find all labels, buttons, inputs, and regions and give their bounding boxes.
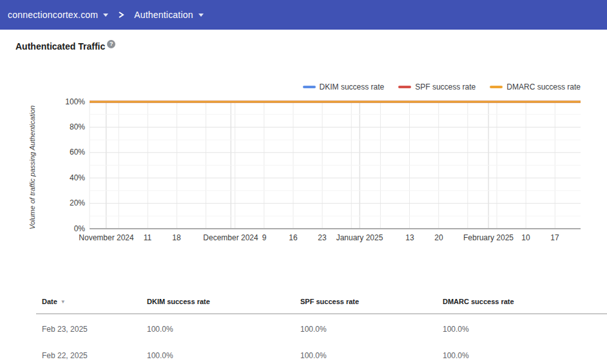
page-header: Authenticated Traffic ? bbox=[15, 41, 115, 52]
legend-label: SPF success rate bbox=[415, 82, 476, 91]
chevron-right-icon bbox=[118, 11, 124, 19]
table-cell: Feb 22, 2025 bbox=[42, 351, 88, 360]
y-axis-tick: 40% bbox=[34, 173, 85, 183]
sort-desc-icon: ▼ bbox=[61, 299, 66, 305]
table-cell: 100.0% bbox=[443, 351, 469, 360]
top-nav: connectioncortex.com Authentication bbox=[0, 0, 607, 30]
x-axis-tick: January 2025 bbox=[336, 233, 383, 242]
table-cell: 100.0% bbox=[443, 325, 469, 334]
authenticated-traffic-chart: DKIM success rateSPF success rateDMARC s… bbox=[0, 77, 607, 258]
x-axis-tick: 16 bbox=[289, 233, 297, 242]
column-header[interactable]: DMARC success rate bbox=[443, 298, 514, 305]
column-header[interactable]: SPF success rate bbox=[300, 298, 359, 305]
x-axis-tick: February 2025 bbox=[463, 233, 514, 242]
legend-item[interactable]: SPF success rate bbox=[398, 82, 476, 91]
table-cell: Feb 23, 2025 bbox=[42, 325, 88, 334]
legend-swatch-icon bbox=[303, 86, 316, 88]
section-selector[interactable]: Authentication bbox=[133, 7, 205, 23]
table-cell: 100.0% bbox=[300, 351, 327, 360]
x-axis-tick: 9 bbox=[262, 233, 267, 242]
table-cell: 100.0% bbox=[147, 351, 173, 360]
x-axis-tick: November 2024 bbox=[79, 233, 133, 242]
x-axis-tick: 10 bbox=[521, 233, 530, 242]
y-axis-tick: 80% bbox=[34, 122, 85, 132]
y-axis-tick: 0% bbox=[34, 224, 85, 234]
chart-legend: DKIM success rateSPF success rateDMARC s… bbox=[303, 82, 581, 91]
x-axis-tick: 20 bbox=[434, 233, 443, 242]
x-axis-tick: 17 bbox=[550, 233, 559, 242]
x-axis-tick: December 2024 bbox=[203, 233, 258, 242]
legend-label: DKIM success rate bbox=[320, 82, 385, 91]
legend-swatch-icon bbox=[490, 86, 503, 88]
page-title: Authenticated Traffic bbox=[15, 41, 105, 52]
help-icon[interactable]: ? bbox=[107, 40, 115, 48]
column-header[interactable]: DKIM success rate bbox=[147, 298, 210, 305]
y-axis-tick: 60% bbox=[34, 148, 85, 157]
domain-selector[interactable]: connectioncortex.com bbox=[6, 7, 110, 23]
table-cell: 100.0% bbox=[300, 325, 327, 334]
postmaster-app: connectioncortex.com Authentication Auth… bbox=[0, 0, 607, 364]
column-header[interactable]: Date▼ bbox=[42, 298, 66, 305]
y-axis-title: Volume of traffic passing Authentication bbox=[28, 102, 36, 229]
table-header-divider bbox=[36, 313, 607, 314]
section-label: Authentication bbox=[134, 10, 193, 20]
y-axis-tick: 100% bbox=[34, 97, 85, 107]
x-axis-tick: 13 bbox=[405, 233, 414, 242]
y-axis-tick: 20% bbox=[34, 198, 85, 208]
legend-item[interactable]: DKIM success rate bbox=[303, 82, 385, 91]
legend-swatch-icon bbox=[398, 86, 411, 88]
table-cell: 100.0% bbox=[147, 325, 173, 334]
x-axis-tick: 11 bbox=[144, 233, 151, 242]
chevron-down-icon bbox=[103, 14, 108, 17]
plot-area bbox=[90, 102, 581, 230]
legend-item[interactable]: DMARC success rate bbox=[490, 82, 581, 91]
x-axis-tick: 23 bbox=[318, 233, 326, 242]
domain-label: connectioncortex.com bbox=[8, 10, 98, 20]
x-axis-tick: 18 bbox=[172, 233, 180, 242]
traffic-table: Date▼DKIM success rateSPF success rateDM… bbox=[0, 293, 607, 364]
chevron-down-icon bbox=[198, 14, 204, 17]
legend-label: DMARC success rate bbox=[506, 82, 581, 91]
